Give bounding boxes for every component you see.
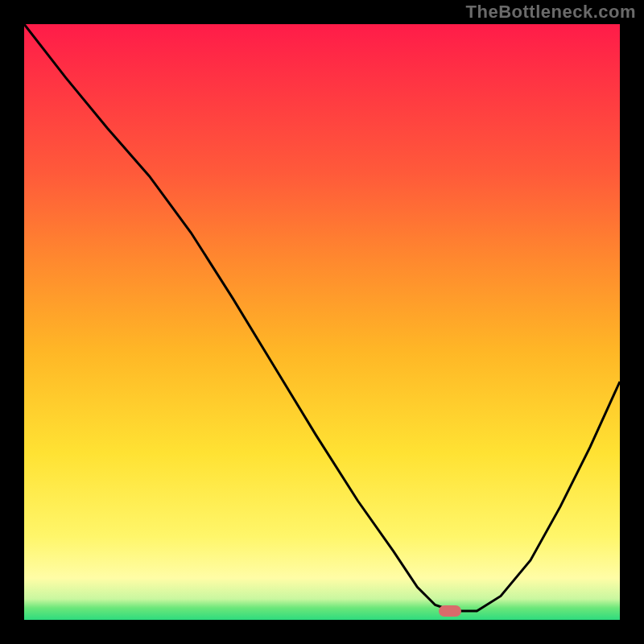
bottleneck-curve: [24, 24, 620, 620]
chart-frame: TheBottleneck.com: [0, 0, 644, 644]
watermark-text: TheBottleneck.com: [466, 2, 636, 23]
plot-area: [24, 24, 620, 620]
minimum-marker: [439, 605, 461, 617]
curve-path: [24, 24, 620, 611]
